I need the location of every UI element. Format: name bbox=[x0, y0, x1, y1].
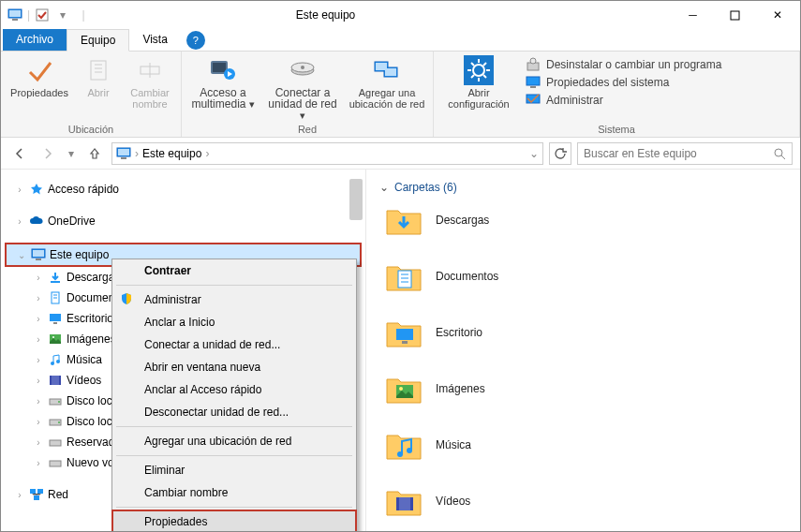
monitor-icon bbox=[526, 75, 541, 90]
folder-escritorio[interactable]: Escritorio bbox=[385, 314, 787, 351]
rename-icon bbox=[135, 55, 165, 85]
breadcrumb[interactable]: Este equipo bbox=[142, 147, 201, 160]
chevron-right-icon[interactable]: › bbox=[33, 376, 44, 386]
folder-documentos[interactable]: Documentos bbox=[385, 258, 787, 295]
minimize-button[interactable]: ─ bbox=[672, 2, 714, 28]
search-icon[interactable] bbox=[773, 147, 786, 160]
svg-point-70 bbox=[399, 387, 403, 391]
chevron-right-icon[interactable]: › bbox=[135, 147, 139, 160]
star-icon bbox=[29, 182, 44, 197]
search-box[interactable] bbox=[577, 142, 793, 165]
drive-icon bbox=[48, 455, 63, 470]
agregar-ubicacion-button[interactable]: Agregar una ubicación de red bbox=[349, 55, 425, 122]
ctx-anclar-inicio[interactable]: Anclar a Inicio bbox=[112, 311, 356, 333]
svg-rect-39 bbox=[33, 250, 44, 257]
chevron-down-icon[interactable]: ⌄ bbox=[16, 250, 27, 260]
refresh-button[interactable] bbox=[549, 142, 571, 165]
chevron-down-icon[interactable]: ⌄ bbox=[529, 147, 539, 160]
tree-acceso-rapido[interactable]: ›Acceso rápido bbox=[5, 179, 362, 200]
media-icon bbox=[208, 55, 238, 85]
back-button[interactable] bbox=[8, 142, 31, 165]
drive-icon bbox=[288, 55, 318, 85]
chevron-right-icon[interactable]: › bbox=[33, 396, 44, 406]
chevron-right-icon[interactable]: › bbox=[33, 293, 44, 303]
chevron-right-icon[interactable]: › bbox=[33, 355, 44, 365]
ctx-eliminar[interactable]: Eliminar bbox=[112, 459, 356, 481]
administrar-button[interactable]: Administrar bbox=[526, 93, 721, 108]
folder-imagenes[interactable]: Imágenes bbox=[385, 370, 787, 407]
svg-rect-68 bbox=[402, 341, 408, 344]
desinstalar-button[interactable]: Desinstalar o cambiar un programa bbox=[526, 57, 721, 72]
svg-rect-30 bbox=[527, 77, 540, 85]
download-icon bbox=[48, 270, 63, 285]
svg-rect-17 bbox=[385, 68, 396, 76]
propiedades-button[interactable]: Propiedades bbox=[8, 55, 70, 122]
conectar-unidad-button[interactable]: Conectar a unidad de red ▾ bbox=[266, 55, 339, 122]
group-label-sistema: Sistema bbox=[441, 122, 792, 135]
ribbon: Propiedades Abrir Cambiar nombre Ubicaci… bbox=[1, 52, 800, 138]
navigation-bar: ▾ › Este equipo › ⌄ bbox=[1, 138, 800, 170]
ctx-abrir-ventana[interactable]: Abrir en ventana nueva bbox=[112, 356, 356, 378]
chevron-right-icon[interactable]: › bbox=[33, 417, 44, 427]
svg-point-36 bbox=[775, 149, 782, 156]
chevron-right-icon[interactable]: › bbox=[33, 458, 44, 468]
ctx-cambiar-nombre[interactable]: Cambiar nombre bbox=[112, 481, 356, 504]
group-label-ubicacion: Ubicación bbox=[8, 122, 173, 135]
chevron-right-icon[interactable]: › bbox=[33, 437, 44, 448]
scrollbar-thumb[interactable] bbox=[349, 179, 363, 220]
chevron-right-icon[interactable]: › bbox=[14, 490, 25, 500]
ctx-anclar-rapido[interactable]: Anclar al Acceso rápido bbox=[112, 378, 356, 401]
close-button[interactable]: ✕ bbox=[756, 2, 798, 28]
svg-rect-41 bbox=[51, 281, 60, 283]
pc-icon bbox=[116, 147, 131, 160]
tree-onedrive[interactable]: ›OneDrive bbox=[5, 211, 362, 231]
admin-icon bbox=[526, 93, 541, 108]
up-button[interactable] bbox=[83, 142, 106, 165]
chevron-right-icon[interactable]: › bbox=[33, 334, 44, 345]
tab-archivo[interactable]: Archivo bbox=[3, 29, 67, 51]
ctx-administrar[interactable]: Administrar bbox=[112, 288, 356, 311]
chevron-right-icon[interactable]: › bbox=[14, 216, 25, 227]
group-label-red: Red bbox=[189, 122, 425, 135]
carpetas-header[interactable]: ⌄Carpetas (6) bbox=[379, 177, 787, 201]
images-icon bbox=[48, 332, 63, 347]
chevron-right-icon[interactable]: › bbox=[33, 314, 44, 324]
svg-rect-31 bbox=[530, 86, 536, 88]
ctx-desconectar[interactable]: Desconectar unidad de red... bbox=[112, 401, 356, 423]
tab-equipo[interactable]: Equipo bbox=[67, 29, 129, 52]
maximize-button[interactable] bbox=[714, 2, 756, 28]
folder-descargas[interactable]: Descargas bbox=[385, 201, 787, 239]
ctx-contraer[interactable]: Contraer bbox=[112, 259, 356, 282]
ctx-agregar[interactable]: Agregar una ubicación de red bbox=[112, 430, 356, 452]
video-icon bbox=[48, 373, 63, 388]
ribbon-group-ubicacion: Propiedades Abrir Cambiar nombre Ubicaci… bbox=[1, 52, 182, 137]
ctx-propiedades[interactable]: Propiedades bbox=[112, 510, 356, 532]
chevron-right-icon[interactable]: › bbox=[14, 185, 25, 195]
history-button[interactable]: ▾ bbox=[65, 142, 78, 165]
svg-rect-60 bbox=[30, 489, 36, 494]
tab-vista[interactable]: Vista bbox=[129, 29, 180, 51]
help-icon[interactable]: ? bbox=[186, 31, 205, 50]
acceso-multimedia-button[interactable]: Acceso a multimedia ▾ bbox=[189, 55, 257, 122]
cambiar-nombre-button: Cambiar nombre bbox=[126, 55, 173, 122]
ribbon-tabs: Archivo Equipo Vista ? bbox=[1, 29, 800, 52]
network-icon bbox=[29, 487, 44, 502]
ctx-conectar[interactable]: Conectar a unidad de red... bbox=[112, 333, 356, 356]
folder-videos[interactable]: Vídeos bbox=[385, 482, 787, 520]
svg-point-50 bbox=[56, 360, 60, 363]
forward-button[interactable] bbox=[37, 142, 59, 165]
svg-rect-59 bbox=[50, 461, 61, 466]
propiedades-sistema-button[interactable]: Propiedades del sistema bbox=[526, 75, 721, 90]
ctx-separator bbox=[116, 455, 352, 456]
ribbon-group-sistema: Abrir configuración Desinstalar o cambia… bbox=[434, 52, 800, 137]
folder-musica[interactable]: Música bbox=[385, 426, 787, 464]
address-bar[interactable]: › Este equipo › ⌄ bbox=[111, 142, 543, 165]
chevron-right-icon[interactable]: › bbox=[205, 147, 209, 160]
abrir-config-button[interactable]: Abrir configuración bbox=[441, 55, 516, 122]
pc-icon bbox=[31, 247, 46, 262]
cloud-icon bbox=[29, 214, 44, 229]
svg-rect-34 bbox=[118, 149, 129, 155]
svg-rect-53 bbox=[59, 376, 61, 385]
chevron-right-icon[interactable]: › bbox=[33, 273, 44, 283]
search-input[interactable] bbox=[584, 147, 773, 160]
